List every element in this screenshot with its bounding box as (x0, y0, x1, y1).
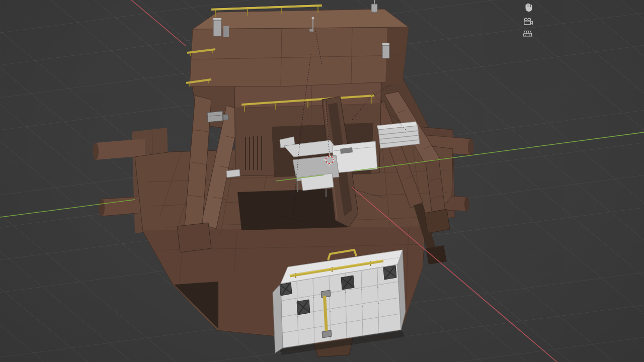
side-striped-block[interactable] (377, 122, 420, 148)
box-front-face (190, 27, 409, 86)
right-low-foot (426, 245, 447, 264)
machinery-box (332, 141, 377, 173)
right-foot (425, 209, 450, 233)
camera-view-icon[interactable] (524, 18, 532, 25)
left-foot (177, 223, 211, 252)
scene-canvas[interactable] (0, 0, 644, 362)
pan-hand-icon[interactable] (526, 4, 532, 12)
orthographic-grid-icon[interactable] (523, 31, 532, 37)
hull-left-opening (174, 282, 218, 329)
3d-viewport[interactable] (0, 0, 644, 362)
cabin-white-detail (226, 169, 240, 177)
